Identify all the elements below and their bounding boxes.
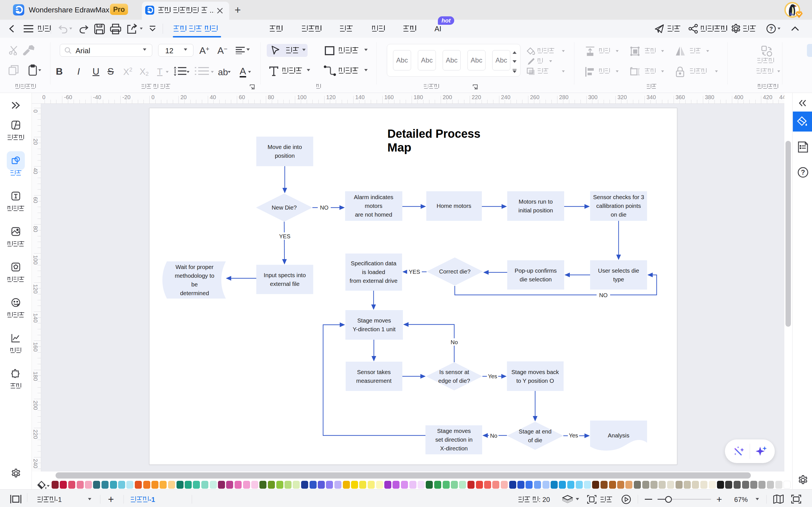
svg-text:Yes: Yes xyxy=(488,373,497,379)
svg-text:Map: Map xyxy=(388,140,411,154)
svg-text:Is sensor at: Is sensor at xyxy=(439,369,469,375)
svg-text:X-direction: X-direction xyxy=(440,445,468,452)
svg-text:on die: on die xyxy=(611,211,626,218)
svg-text:from external drive: from external drive xyxy=(350,277,398,284)
svg-text:No: No xyxy=(490,433,497,439)
svg-text:User selects die: User selects die xyxy=(598,267,639,274)
svg-text:New Die?: New Die? xyxy=(272,204,297,211)
svg-text:is loaded: is loaded xyxy=(362,269,385,275)
svg-text:Correct die?: Correct die? xyxy=(439,268,470,275)
svg-text:NO: NO xyxy=(320,205,328,211)
svg-text:Pop-up confirms: Pop-up confirms xyxy=(515,267,557,274)
svg-text:methodology to: methodology to xyxy=(175,272,214,279)
svg-text:Wait for proper: Wait for proper xyxy=(175,264,214,270)
svg-text:set direction in: set direction in xyxy=(435,436,472,443)
svg-text:Specification data: Specification data xyxy=(351,260,396,267)
svg-text:No: No xyxy=(451,339,458,345)
svg-text:Sensor checks for 3: Sensor checks for 3 xyxy=(593,194,644,200)
svg-text:Stage at end: Stage at end xyxy=(519,428,552,435)
svg-text:Sensor takes: Sensor takes xyxy=(357,369,391,375)
svg-text:callibration points: callibration points xyxy=(596,203,641,209)
svg-text:Analysis: Analysis xyxy=(608,432,629,439)
svg-text:position: position xyxy=(275,152,295,159)
svg-text:are not homed: are not homed xyxy=(355,211,392,218)
svg-text:NO: NO xyxy=(599,292,608,298)
svg-text:Detailed Process: Detailed Process xyxy=(388,127,480,140)
svg-text:Move die into: Move die into xyxy=(267,144,302,150)
svg-text:Yes: Yes xyxy=(569,432,578,439)
svg-text:Input spects into: Input spects into xyxy=(264,272,306,278)
svg-text:Stage moves: Stage moves xyxy=(357,317,391,324)
svg-text:initial position: initial position xyxy=(518,207,553,214)
svg-text:Motors run to: Motors run to xyxy=(519,198,553,205)
svg-text:die selection: die selection xyxy=(520,276,552,283)
svg-text:Stage moves back: Stage moves back xyxy=(511,369,559,375)
svg-text:external file: external file xyxy=(270,281,300,287)
svg-text:to Y position O: to Y position O xyxy=(516,378,554,384)
svg-text:of die: of die xyxy=(528,437,542,443)
svg-text:determined: determined xyxy=(180,290,209,296)
svg-text:?: ? xyxy=(769,25,773,32)
svg-text:be: be xyxy=(192,281,198,288)
svg-text:?: ? xyxy=(801,168,805,176)
svg-text:edge of die?: edge of die? xyxy=(439,378,470,384)
svg-text:YES: YES xyxy=(279,233,290,239)
svg-text:Stage moves: Stage moves xyxy=(437,428,471,434)
svg-text:Alarm indicates: Alarm indicates xyxy=(354,194,393,200)
svg-text:motors: motors xyxy=(365,203,383,209)
svg-text:measurement: measurement xyxy=(356,378,392,384)
svg-text:Y-direction 1 unit: Y-direction 1 unit xyxy=(353,326,396,332)
svg-text:type: type xyxy=(613,276,624,283)
svg-text:YES: YES xyxy=(409,269,420,275)
svg-text:Home motors: Home motors xyxy=(437,203,471,209)
